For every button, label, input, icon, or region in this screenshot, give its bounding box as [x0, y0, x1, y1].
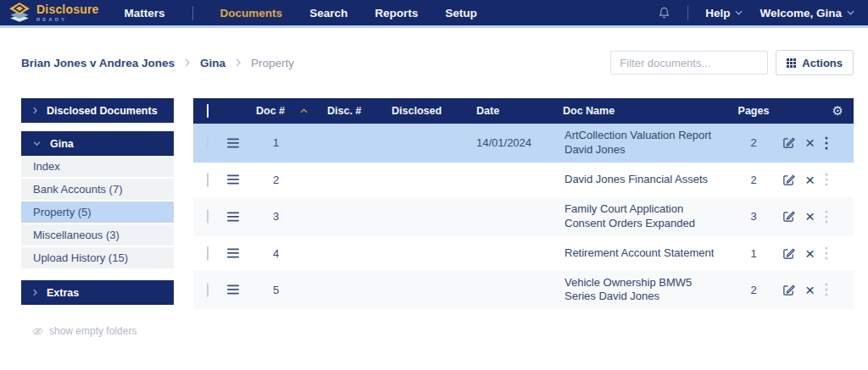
table-settings-gear-icon[interactable]: ⚙ — [832, 105, 854, 118]
nav-item-reports[interactable]: Reports — [375, 7, 418, 19]
doc-number: 1 — [253, 136, 327, 149]
top-navbar: Disclosure READY Matters Documents Searc… — [0, 0, 868, 28]
sidebar-item-property[interactable]: Property (5) — [21, 202, 174, 224]
app-logo[interactable]: Disclosure READY — [8, 3, 99, 23]
pages-count: 2 — [730, 174, 777, 186]
row-checkbox[interactable] — [207, 283, 209, 297]
delete-document-button[interactable]: × — [805, 208, 815, 224]
drag-handle-icon[interactable] — [222, 212, 239, 222]
breadcrumb: Brian Jones v Andrea Jones Gina Property — [21, 57, 294, 69]
row-checkbox[interactable] — [207, 173, 209, 187]
actions-button[interactable]: Actions — [776, 50, 854, 75]
breadcrumb-party-link[interactable]: Gina — [200, 57, 225, 69]
row-checkbox[interactable] — [207, 209, 209, 224]
drag-handle-icon[interactable] — [222, 248, 239, 258]
doc-number: 4 — [253, 247, 327, 260]
show-empty-folders-toggle[interactable]: show empty folders — [21, 325, 174, 337]
sidebar-item-upload-history[interactable]: Upload History (15) — [21, 247, 174, 270]
more-options-button[interactable] — [825, 210, 828, 224]
pages-count: 3 — [730, 210, 777, 223]
delete-document-button[interactable]: × — [805, 172, 815, 188]
actions-button-label: Actions — [802, 57, 843, 69]
chevron-down-icon — [33, 141, 41, 146]
sidebar-item-label: Property (5) — [33, 206, 92, 218]
nav-divider — [687, 6, 688, 20]
column-header-disclosed[interactable]: Disclosed — [392, 105, 476, 117]
sidebar-section-gina[interactable]: Gina — [21, 131, 174, 156]
row-checkbox[interactable] — [207, 135, 209, 150]
edit-pencil-icon — [782, 210, 795, 223]
user-menu-label: Welcome, Gina — [760, 7, 842, 19]
select-all-checkbox[interactable] — [207, 104, 209, 118]
doc-name-link[interactable]: Vehicle Ownership BMW5 Series David Jone… — [563, 271, 730, 310]
nav-item-setup[interactable]: Setup — [445, 7, 477, 19]
more-options-button[interactable] — [825, 283, 828, 296]
doc-name-link[interactable]: David Jones Financial Assets — [563, 168, 730, 192]
breadcrumb-current: Property — [251, 57, 294, 69]
close-x-icon: × — [805, 208, 815, 224]
grid-icon — [787, 58, 796, 68]
edit-document-button[interactable] — [782, 210, 795, 223]
nav-item-matters[interactable]: Matters — [125, 7, 165, 19]
pages-count: 2 — [730, 284, 777, 296]
delete-document-button[interactable]: × — [805, 282, 815, 298]
chevron-down-icon — [735, 10, 743, 15]
sidebar-section-extras[interactable]: Extras — [21, 280, 174, 305]
edit-document-button[interactable] — [782, 136, 795, 149]
delete-document-button[interactable]: × — [805, 246, 815, 262]
drag-handle-icon[interactable] — [222, 284, 239, 295]
nav-item-search[interactable]: Search — [309, 7, 348, 19]
table-row[interactable]: 1 14/01/2024 ArtCollection Valuation Rep… — [193, 124, 854, 163]
edit-document-button[interactable] — [782, 174, 795, 186]
sidebar-section-disclosed-documents[interactable]: Disclosed Documents — [21, 98, 174, 123]
delete-document-button[interactable]: × — [805, 135, 815, 151]
chevron-right-icon — [236, 58, 241, 67]
sidebar-item-label: Upload History (15) — [33, 251, 128, 264]
more-options-button[interactable] — [825, 173, 828, 186]
user-menu[interactable]: Welcome, Gina — [760, 7, 854, 19]
close-x-icon: × — [805, 135, 815, 151]
drag-handle-icon[interactable] — [222, 174, 239, 185]
column-header-date[interactable]: Date — [476, 105, 563, 117]
doc-number: 5 — [253, 284, 327, 296]
vertical-dots-icon — [825, 246, 828, 260]
sidebar-item-index[interactable]: Index — [21, 156, 174, 179]
edit-pencil-icon — [782, 247, 795, 260]
close-x-icon: × — [805, 282, 815, 298]
doc-number: 2 — [253, 174, 327, 186]
sidebar-item-bank-accounts[interactable]: Bank Accounts (7) — [21, 179, 174, 202]
doc-number: 3 — [253, 210, 327, 223]
vertical-dots-icon — [825, 210, 828, 224]
edit-document-button[interactable] — [782, 284, 795, 296]
vertical-dots-icon — [825, 283, 828, 296]
more-options-button[interactable] — [825, 136, 828, 150]
table-row[interactable]: 5 Vehicle Ownership BMW5 Series David Jo… — [193, 271, 854, 310]
column-header-pages[interactable]: Pages — [730, 105, 777, 117]
doc-name-link[interactable]: Retirement Account Statement — [563, 241, 730, 266]
drag-handle-icon[interactable] — [222, 138, 239, 148]
table-row[interactable]: 4 Retirement Account Statement 1 × — [193, 236, 854, 271]
row-checkbox[interactable] — [207, 246, 209, 261]
vertical-dots-icon — [825, 136, 828, 150]
chevron-right-icon — [33, 107, 37, 114]
nav-item-documents[interactable]: Documents — [220, 7, 283, 19]
breadcrumb-matter-link[interactable]: Brian Jones v Andrea Jones — [21, 57, 175, 69]
doc-name-link[interactable]: ArtCollection Valuation Report David Jon… — [563, 124, 730, 163]
table-row[interactable]: 3 Family Court Application Consent Order… — [193, 197, 854, 236]
chevron-down-icon — [847, 10, 854, 15]
doc-name-link[interactable]: Family Court Application Consent Orders … — [563, 197, 730, 236]
eye-off-icon — [32, 327, 43, 336]
column-header-disc-number[interactable]: Disc. # — [327, 105, 392, 117]
documents-table: Doc # Disc. # Disclosed Date Doc Name Pa… — [193, 98, 854, 309]
filter-documents-input[interactable] — [610, 51, 768, 75]
column-header-doc-name[interactable]: Doc Name — [563, 105, 730, 117]
pages-count: 2 — [730, 136, 777, 149]
notifications-bell-icon[interactable] — [658, 6, 670, 19]
more-options-button[interactable] — [825, 246, 828, 260]
sidebar-item-miscellaneous[interactable]: Miscellaneous (3) — [21, 224, 174, 247]
table-row[interactable]: 2 David Jones Financial Assets 2 × — [193, 163, 854, 197]
edit-document-button[interactable] — [782, 247, 795, 260]
help-menu[interactable]: Help — [705, 7, 743, 19]
column-header-doc-number[interactable]: Doc # — [253, 105, 327, 117]
section-label: Disclosed Documents — [47, 105, 158, 117]
